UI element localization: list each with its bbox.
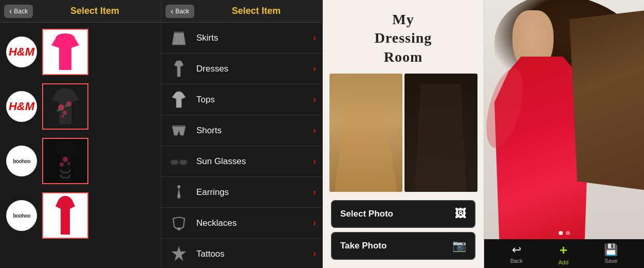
tattoos-icon — [168, 243, 190, 265]
panel1-title: Select Item — [33, 6, 157, 16]
item-thumbnail — [42, 83, 88, 130]
toolbar-save-label: Save — [604, 258, 617, 264]
brand-logo-boohoo2: boohoo — [6, 200, 37, 231]
svg-marker-24 — [172, 246, 186, 261]
brand-logo-boohoo1: boohoo — [6, 146, 37, 176]
list-item[interactable]: H&M — [4, 81, 157, 132]
svg-point-4 — [63, 111, 67, 115]
select-photo-button[interactable]: Select Photo 🖼 — [331, 200, 475, 228]
necklaces-label: Necklaces — [196, 218, 313, 228]
svg-point-10 — [60, 163, 64, 167]
tattoos-label: Tattoos — [196, 249, 313, 259]
tattoos-chevron: › — [313, 248, 316, 259]
toolbar-back-button[interactable]: ↩ Back — [510, 243, 523, 264]
mannequin-right — [404, 74, 477, 192]
store-items-list: H&M H&M — [0, 23, 161, 268]
shorts-label: Shorts — [196, 126, 313, 136]
dot-inactive — [566, 231, 570, 235]
back-arrow-icon: ↩ — [512, 243, 521, 257]
earrings-chevron: › — [313, 187, 316, 198]
category-item-dresses[interactable]: Dresses › — [161, 53, 322, 84]
svg-rect-16 — [171, 160, 178, 165]
toolbar-back-label: Back — [510, 258, 523, 264]
panel1-header: Back Select Item — [0, 0, 161, 23]
shorts-icon — [168, 119, 190, 142]
category-item-tattoos[interactable]: Tattoos › — [161, 239, 322, 268]
save-disk-icon: 💾 — [604, 243, 618, 257]
item-thumbnail — [42, 138, 88, 184]
svg-point-21 — [177, 185, 180, 188]
panel2-header: Back Select Item — [161, 0, 322, 23]
tops-icon — [168, 88, 190, 111]
category-list: Skirts › Dresses › Tops › — [161, 23, 322, 268]
panel-category-menu: Back Select Item Skirts › — [161, 0, 323, 268]
skirts-icon — [168, 27, 190, 49]
panel1-back-button[interactable]: Back — [4, 5, 33, 18]
sunglasses-label: Sun Glasses — [196, 156, 313, 167]
category-item-skirts[interactable]: Skirts › — [161, 23, 322, 53]
item-thumbnail — [42, 29, 88, 75]
toolbar-save-button[interactable]: 💾 Save — [604, 243, 618, 264]
category-item-shorts[interactable]: Shorts › — [161, 115, 322, 146]
dressing-room-photos — [323, 72, 484, 194]
svg-point-9 — [63, 157, 68, 162]
toolbar-add-button[interactable]: + Add — [558, 242, 568, 265]
list-item[interactable]: H&M — [4, 27, 157, 77]
photo-canvas — [484, 0, 644, 239]
panel2-back-button[interactable]: Back — [165, 5, 194, 18]
earrings-label: Earrings — [196, 187, 313, 198]
svg-point-11 — [67, 162, 70, 165]
floral-top-icon — [43, 84, 87, 129]
take-photo-label: Take Photo — [340, 241, 387, 251]
panel-dressing-room: My Dressing Room Select Photo 🖼 Take Pho… — [323, 0, 484, 268]
dot-active — [559, 231, 563, 235]
item-thumbnail — [42, 192, 88, 239]
toolbar-add-label: Add — [558, 259, 568, 265]
tops-chevron: › — [313, 94, 316, 105]
panel-photo-result: ↩ Back + Add 💾 Save — [484, 0, 644, 268]
dressing-room-title: My Dressing Room — [323, 0, 484, 72]
category-item-necklaces[interactable]: Necklaces › — [161, 208, 322, 239]
red-top-icon — [43, 193, 87, 238]
dresses-label: Dresses — [196, 64, 313, 74]
sunglasses-icon — [168, 150, 190, 173]
add-plus-icon: + — [560, 242, 567, 258]
brand-logo-hm2: H&M — [6, 91, 37, 122]
black-floral-top-icon — [43, 139, 87, 183]
category-item-tops[interactable]: Tops › — [161, 84, 322, 115]
mannequin-left — [329, 74, 402, 192]
panel2-back-label: Back — [175, 8, 189, 15]
brown-jacket — [569, 10, 644, 190]
sunglasses-chevron: › — [313, 156, 316, 167]
panel-store-items: Back Select Item H&M H&M — [0, 0, 161, 268]
skirts-label: Skirts — [196, 33, 313, 43]
list-item[interactable]: boohoo — [4, 136, 157, 186]
skirts-chevron: › — [313, 32, 316, 43]
take-photo-icon: 📷 — [452, 239, 466, 253]
tops-label: Tops — [196, 95, 313, 105]
earrings-icon — [168, 181, 190, 204]
take-photo-button[interactable]: Take Photo 📷 — [331, 232, 475, 260]
brand-logo-hm: H&M — [6, 37, 37, 67]
dresses-icon — [168, 58, 190, 80]
select-photo-icon: 🖼 — [455, 207, 466, 221]
list-item[interactable]: boohoo — [4, 190, 157, 241]
shorts-chevron: › — [313, 125, 316, 136]
panel2-title: Select Item — [194, 6, 318, 16]
dresses-chevron: › — [313, 63, 316, 74]
svg-point-5 — [61, 115, 64, 118]
photo-toolbar: ↩ Back + Add 💾 Save — [484, 239, 644, 268]
dressing-room-actions: Select Photo 🖼 Take Photo 📷 — [323, 194, 484, 266]
page-dots — [559, 231, 570, 235]
pink-top-icon — [43, 30, 87, 74]
necklaces-icon — [168, 212, 190, 235]
svg-rect-17 — [180, 160, 187, 165]
panel1-back-label: Back — [14, 8, 28, 15]
select-photo-label: Select Photo — [340, 209, 393, 219]
necklaces-chevron: › — [313, 218, 316, 228]
category-item-sunglasses[interactable]: Sun Glasses › — [161, 146, 322, 177]
category-item-earrings[interactable]: Earrings › — [161, 177, 322, 208]
